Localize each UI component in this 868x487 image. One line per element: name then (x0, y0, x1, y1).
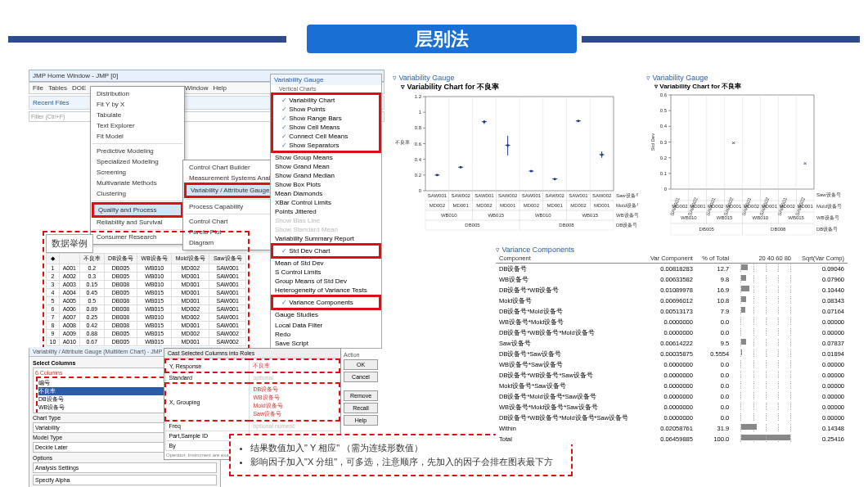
svg-text:0: 0 (664, 187, 668, 192)
svg-text:DB设备号: DB设备号 (816, 227, 838, 232)
svg-text:SAW001: SAW001 (569, 193, 588, 198)
svg-text:0.3: 0.3 (660, 140, 668, 145)
svg-text:MD001: MD001 (762, 204, 778, 209)
variance-components: ▿ Variance Components ComponentVar Compo… (496, 246, 848, 444)
svg-text:0.1: 0.1 (660, 171, 668, 176)
svg-text:0.2: 0.2 (660, 156, 668, 160)
svg-text:0.8: 0.8 (415, 125, 422, 130)
svg-text:1: 1 (419, 110, 422, 115)
svg-text:DB设备号: DB设备号 (616, 223, 637, 228)
svg-text:WB设备号: WB设备号 (816, 215, 839, 220)
svg-text:0.6: 0.6 (660, 92, 668, 97)
svg-text:MD001: MD001 (546, 203, 563, 208)
svg-text:MD002: MD002 (672, 204, 688, 209)
svg-text:Mold设备号: Mold设备号 (816, 204, 842, 209)
svg-text:SAW002: SAW002 (545, 193, 564, 198)
remove-button: Remove (344, 390, 378, 401)
help-button: Help (344, 415, 378, 426)
variability-chart-2: ▿ Variability Gauge ▿ Variability Chart … (646, 74, 843, 252)
svg-text:DB008: DB008 (559, 223, 574, 228)
svg-text:Std Dev: Std Dev (650, 133, 655, 151)
svg-text:DB005: DB005 (465, 223, 480, 228)
svg-text:0.4: 0.4 (660, 124, 668, 129)
variability-chart-1: ▿ Variability Gauge ▿ Variability Chart … (393, 74, 638, 241)
svg-text:WB015: WB015 (717, 215, 733, 220)
svg-text:Saw设备号: Saw设备号 (616, 193, 638, 198)
svg-text:0.6: 0.6 (415, 142, 422, 147)
svg-text:0.2: 0.2 (415, 173, 422, 178)
svg-text:WB015: WB015 (582, 213, 598, 218)
svg-text:0.5: 0.5 (660, 108, 668, 113)
svg-text:0: 0 (419, 188, 422, 193)
example-data-table: 数据举例 ◆不良率DB设备号WB设备号Mold设备号Saw设备号1A0010.2… (43, 231, 250, 349)
svg-text:MD001: MD001 (452, 203, 469, 208)
quality-and-process: Quality and Process (92, 203, 182, 217)
recall-button: Recall (344, 403, 378, 413)
svg-text:WB015: WB015 (788, 215, 804, 220)
svg-text:MD001: MD001 (726, 204, 742, 209)
svg-text:MD001: MD001 (797, 204, 813, 209)
svg-text:MD001: MD001 (690, 204, 706, 209)
svg-text:SAW001: SAW001 (474, 193, 494, 198)
svg-text:×: × (803, 160, 807, 167)
svg-text:WB设备号: WB设备号 (616, 213, 638, 218)
svg-text:MD002: MD002 (780, 204, 796, 209)
vg-options-menu[interactable]: Variability Gauge Vertical Charts Variab… (270, 74, 382, 349)
svg-text:MD002: MD002 (524, 203, 540, 208)
svg-text:Saw设备号: Saw设备号 (816, 192, 841, 197)
svg-text:SAW001: SAW001 (428, 193, 447, 198)
svg-text:DB008: DB008 (771, 227, 786, 232)
svg-text:MD001: MD001 (594, 203, 610, 208)
svg-text:SAW002: SAW002 (592, 193, 612, 198)
svg-text:1.2: 1.2 (415, 94, 422, 99)
svg-text:MD002: MD002 (476, 203, 492, 208)
svg-text:MD001: MD001 (500, 203, 516, 208)
svg-text:DB005: DB005 (699, 227, 715, 232)
svg-text:WB010: WB010 (535, 213, 551, 218)
svg-text:WB010: WB010 (681, 215, 697, 220)
svg-text:WB010: WB010 (441, 213, 457, 218)
svg-text:MD002: MD002 (744, 204, 760, 209)
ok-button: OK (344, 359, 378, 370)
svg-text:MD002: MD002 (570, 203, 587, 208)
svg-text:WB010: WB010 (753, 215, 769, 220)
svg-text:不良率: 不良率 (395, 139, 410, 145)
analyze-menu[interactable]: DistributionFit Y by XTabulateText Explo… (90, 86, 185, 245)
action-buttons[interactable]: Action OK Cancel Remove Recall Help (344, 352, 378, 427)
svg-text:0.4: 0.4 (415, 157, 422, 162)
svg-text:SAW002: SAW002 (451, 193, 470, 198)
cancel-button: Cancel (344, 372, 378, 382)
svg-text:Mold设备号: Mold设备号 (616, 203, 638, 208)
slide-title: 层别法 (307, 25, 577, 53)
svg-text:MD002: MD002 (708, 204, 724, 209)
svg-text:SAW001: SAW001 (522, 193, 542, 198)
svg-text:WB015: WB015 (488, 213, 504, 218)
svg-text:×: × (731, 139, 735, 147)
svg-text:SAW002: SAW002 (498, 193, 518, 198)
svg-text:MD002: MD002 (430, 203, 446, 208)
